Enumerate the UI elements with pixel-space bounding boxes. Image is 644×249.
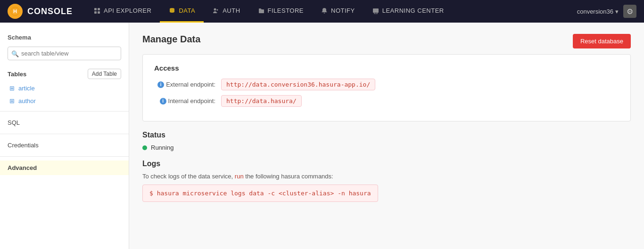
nav-item-notify-label: NOTIFY: [331, 7, 355, 14]
page-title: Manage Data: [142, 34, 631, 45]
logs-title: Logs: [142, 160, 631, 168]
nav-item-api-explorer-label: API EXPLORER: [104, 7, 151, 14]
nav-item-auth[interactable]: AUTH: [204, 0, 248, 23]
sidebar-credentials-label: Credentials: [8, 142, 39, 149]
sidebar-item-sql[interactable]: SQL: [0, 115, 129, 130]
sidebar-item-article[interactable]: ⊞ article: [0, 82, 129, 95]
nav-item-notify[interactable]: NOTIFY: [312, 0, 363, 23]
main-content: Manage Data Reset database Access i Exte…: [129, 23, 644, 249]
external-info-icon: i: [157, 81, 164, 88]
sidebar-divider-1: [0, 111, 129, 112]
auth-icon: [212, 7, 220, 15]
api-explorer-icon: [93, 7, 101, 15]
layout: Schema 🔍 Tables Add Table ⊞ article ⊞ au…: [0, 23, 644, 249]
svg-rect-2: [94, 8, 97, 10]
svg-rect-4: [94, 11, 97, 14]
topnav: H CONSOLE API EXPLORER: [0, 0, 644, 23]
sidebar-divider-3: [0, 156, 129, 157]
logs-desc-suffix: the following hasura commands:: [245, 173, 333, 180]
access-card-title: Access: [154, 64, 619, 72]
svg-text:H: H: [13, 8, 17, 14]
internal-endpoint-label: i Internal endpoint:: [154, 97, 215, 104]
internal-info-icon: i: [160, 98, 166, 104]
table-icon-author: ⊞: [9, 97, 15, 104]
filestore-icon: [257, 7, 265, 15]
sidebar-search-section: 🔍: [0, 44, 129, 65]
data-icon: [168, 7, 176, 15]
search-input[interactable]: [8, 47, 121, 60]
nav-item-data[interactable]: DATA: [160, 0, 204, 23]
settings-icon[interactable]: ⚙: [623, 5, 636, 18]
learning-center-icon: [372, 7, 380, 15]
sidebar-item-credentials[interactable]: Credentials: [0, 138, 129, 153]
svg-rect-3: [98, 8, 100, 10]
sidebar-sql-label: SQL: [8, 119, 20, 126]
nav-item-learning-center-label: LEARNING CENTER: [382, 7, 444, 14]
nav-items: API EXPLORER DATA: [85, 0, 570, 23]
nav-item-learning-center[interactable]: LEARNING CENTER: [363, 0, 453, 23]
sidebar-tables-header: Tables Add Table: [0, 65, 129, 82]
notify-icon: [321, 7, 328, 15]
status-section: Status Running: [142, 131, 631, 151]
search-icon: 🔍: [11, 50, 19, 57]
external-endpoint-value: http://data.conversion36.hasura-app.io/: [221, 79, 375, 90]
chevron-down-icon: ▾: [615, 8, 619, 15]
status-running-label: Running: [151, 144, 173, 151]
sidebar-item-author[interactable]: ⊞ author: [0, 95, 129, 107]
svg-point-8: [217, 9, 218, 10]
logs-command: $ hasura microservice logs data -c <clus…: [142, 185, 378, 202]
sidebar: Schema 🔍 Tables Add Table ⊞ article ⊞ au…: [0, 23, 129, 249]
nav-item-auth-label: AUTH: [223, 7, 240, 14]
sidebar-item-advanced[interactable]: Advanced: [0, 161, 129, 175]
nav-item-data-label: DATA: [179, 7, 195, 14]
logs-section: Logs To check logs of the data service, …: [142, 160, 631, 202]
logs-desc-prefix: To check logs of the data service,: [142, 173, 233, 180]
svg-rect-9: [373, 8, 379, 13]
sidebar-table-author-label: author: [18, 97, 36, 104]
logo-text: CONSOLE: [27, 7, 73, 16]
table-icon-article: ⊞: [9, 85, 15, 92]
access-card: Access i External endpoint: http://data.…: [142, 54, 631, 121]
sidebar-search-wrapper: 🔍: [8, 47, 121, 60]
nav-item-filestore[interactable]: FILESTORE: [249, 0, 313, 23]
nav-user[interactable]: conversion36 ▾: [577, 8, 619, 15]
sidebar-tables-label: Tables: [8, 71, 26, 78]
sidebar-advanced-label: Advanced: [8, 164, 37, 171]
reset-database-button[interactable]: Reset database: [573, 34, 631, 48]
status-title: Status: [142, 131, 631, 139]
status-running: Running: [142, 144, 631, 151]
internal-endpoint-row: i Internal endpoint: http://data.hasura/: [154, 95, 619, 107]
add-table-button[interactable]: Add Table: [88, 69, 121, 79]
external-endpoint-label: i External endpoint:: [154, 81, 215, 88]
logs-desc-run-highlight: run: [235, 173, 244, 180]
internal-endpoint-value: http://data.hasura/: [221, 95, 302, 107]
logo: H CONSOLE: [0, 0, 85, 23]
sidebar-divider-2: [0, 134, 129, 134]
sidebar-table-article-label: article: [18, 85, 35, 92]
status-dot: [142, 145, 147, 150]
svg-rect-5: [98, 11, 100, 14]
logo-icon: H: [8, 4, 23, 19]
logs-description: To check logs of the data service, run t…: [142, 173, 631, 180]
svg-point-7: [214, 8, 216, 10]
external-endpoint-row: i External endpoint: http://data.convers…: [154, 79, 619, 90]
nav-right: conversion36 ▾ ⚙: [570, 5, 644, 18]
nav-item-filestore-label: FILESTORE: [268, 7, 304, 14]
sidebar-schema-label: Schema: [0, 30, 129, 44]
nav-item-api-explorer[interactable]: API EXPLORER: [85, 0, 160, 23]
nav-username: conversion36: [577, 8, 613, 15]
